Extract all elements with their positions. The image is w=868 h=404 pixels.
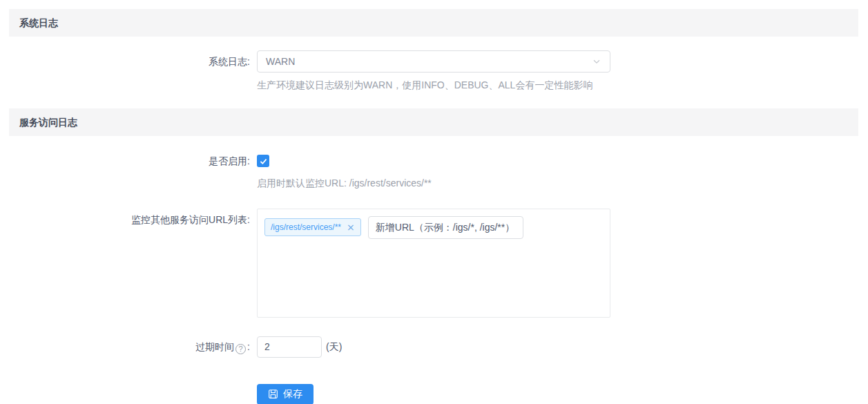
log-level-helper-text: 生产环境建议日志级别为WARN，使用INFO、DEBUG、ALL会有一定性能影响 xyxy=(257,79,868,91)
add-url-input[interactable] xyxy=(368,216,523,239)
enable-label: 是否启用: xyxy=(0,155,250,167)
enable-checkbox[interactable] xyxy=(257,155,269,167)
monitor-url-list-row: 监控其他服务访问URL列表: /igs/rest/services/** × xyxy=(0,209,868,318)
url-tag: /igs/rest/services/** × xyxy=(264,218,361,236)
tag-close-icon[interactable]: × xyxy=(347,222,355,232)
log-level-selected-value: WARN xyxy=(266,56,295,67)
save-button-label: 保存 xyxy=(283,388,302,401)
system-log-level-label: 系统日志: xyxy=(0,50,250,73)
expire-time-label: 过期时间?: xyxy=(0,336,250,358)
expire-label-colon: : xyxy=(247,341,250,352)
expire-days-input[interactable] xyxy=(257,336,322,358)
expire-time-row: 过期时间?: (天) xyxy=(0,336,868,358)
save-row: 保存 xyxy=(0,384,868,404)
url-tag-text: /igs/rest/services/** xyxy=(271,222,341,232)
system-log-level-row: 系统日志: WARN xyxy=(0,50,868,73)
url-tag-container: /igs/rest/services/** × xyxy=(257,209,610,318)
check-icon xyxy=(259,157,268,166)
question-circle-icon[interactable]: ? xyxy=(235,344,246,354)
monitor-url-list-label: 监控其他服务访问URL列表: xyxy=(0,209,250,225)
floppy-disk-icon xyxy=(268,389,278,399)
enable-helper-text: 启用时默认监控URL: /igs/rest/services/** xyxy=(257,177,868,189)
enable-row: 是否启用: xyxy=(0,155,868,168)
log-level-select[interactable]: WARN xyxy=(257,50,610,73)
expire-unit-label: (天) xyxy=(326,336,342,358)
section-header-system-log: 系统日志 xyxy=(9,9,858,37)
chevron-down-icon xyxy=(592,57,601,66)
save-button[interactable]: 保存 xyxy=(257,384,314,404)
section-header-access-log: 服务访问日志 xyxy=(9,108,858,136)
